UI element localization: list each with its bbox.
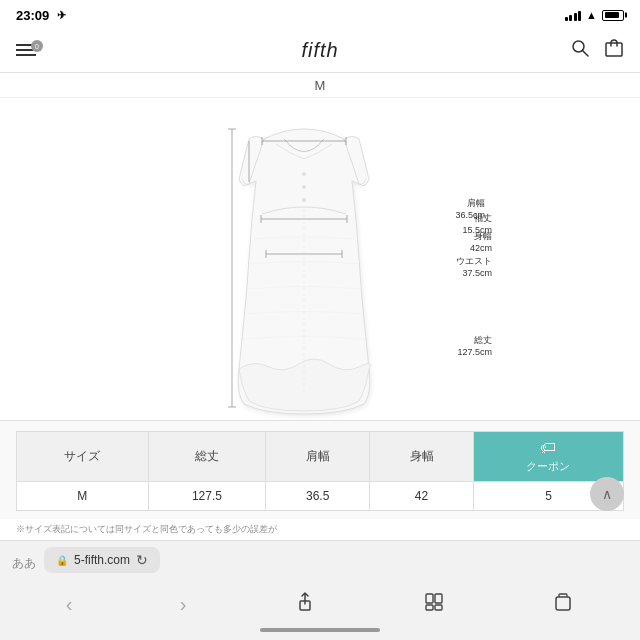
coupon-label: クーポン: [526, 460, 570, 472]
total-length-annotation: 総丈127.5cm: [457, 335, 492, 358]
svg-rect-21: [426, 594, 433, 603]
status-time: 23:09 ✈: [16, 8, 66, 23]
share-button[interactable]: [284, 589, 326, 620]
cart-icon: [604, 38, 624, 58]
bust-annotation: 身幅42cm: [470, 231, 492, 254]
app-content: 0 fifth M: [0, 28, 640, 540]
back-button[interactable]: ‹: [56, 591, 83, 618]
share-icon: [294, 591, 316, 613]
cell-total: 127.5: [148, 482, 266, 511]
home-indicator: [260, 628, 380, 632]
url-bar[interactable]: 🔒 5-fifth.com ↻: [44, 547, 160, 573]
svg-rect-25: [556, 597, 570, 610]
status-bar: 23:09 ✈ ▲: [0, 0, 640, 28]
svg-rect-22: [435, 594, 442, 603]
brand-title: fifth: [301, 39, 338, 62]
search-button[interactable]: [570, 38, 590, 62]
cart-button[interactable]: [604, 38, 624, 62]
tabs-icon: [552, 591, 574, 613]
col-bust: 身幅: [370, 432, 474, 482]
cell-size: M: [17, 482, 149, 511]
col-total: 総丈: [148, 432, 266, 482]
cell-shoulder: 36.5: [266, 482, 370, 511]
table-header-row: サイズ 総丈 肩幅 身幅 🏷 クーポン: [17, 432, 624, 482]
size-chart-area: サイズ 総丈 肩幅 身幅 🏷 クーポン M 127.5 36.5: [0, 420, 640, 519]
svg-line-1: [583, 51, 589, 57]
disclaimer-text: ※サイズ表記については同サイズと同色であっても多少の誤差が: [0, 519, 640, 540]
menu-badge: 0: [31, 40, 43, 52]
lock-icon: 🔒: [56, 555, 68, 566]
coupon-icon: 🏷: [484, 439, 613, 457]
size-indicator: M: [0, 73, 640, 98]
col-size: サイズ: [17, 432, 149, 482]
tabs-button[interactable]: [542, 589, 584, 620]
product-image-area: 肩幅36.5cm 袖丈15.5cm 身幅42cm ウエスト37.5cm 総丈12…: [0, 98, 640, 420]
svg-rect-2: [606, 43, 622, 56]
ime-indicator: ああ: [12, 555, 36, 572]
time-display: 23:09: [16, 8, 49, 23]
size-table: サイズ 総丈 肩幅 身幅 🏷 クーポン M 127.5 36.5: [16, 431, 624, 511]
measurement-annotations: 肩幅36.5cm 袖丈15.5cm 身幅42cm ウエスト37.5cm 総丈12…: [0, 98, 640, 420]
svg-rect-24: [435, 605, 442, 610]
header: 0 fifth: [0, 28, 640, 73]
size-chart-container: サイズ 総丈 肩幅 身幅 🏷 クーポン M 127.5 36.5: [0, 420, 640, 519]
location-arrow: ✈: [57, 9, 66, 22]
coupon-cell[interactable]: 🏷 クーポン: [473, 432, 623, 482]
browser-bar: ああ 🔒 5-fifth.com ↻ ‹ ›: [0, 540, 640, 640]
bookmarks-icon: [423, 591, 445, 613]
url-text: 5-fifth.com: [74, 553, 130, 567]
search-icon: [570, 38, 590, 58]
bottom-navigation: ‹ ›: [12, 583, 628, 628]
battery-icon: [602, 10, 624, 21]
chevron-up-icon: ∧: [602, 486, 612, 502]
wifi-icon: ▲: [586, 9, 597, 21]
table-row: M 127.5 36.5 42 5: [17, 482, 624, 511]
menu-button[interactable]: 0: [16, 44, 36, 56]
cell-bust: 42: [370, 482, 474, 511]
header-actions: [570, 38, 624, 62]
svg-rect-23: [426, 605, 433, 610]
status-icons: ▲: [565, 9, 624, 21]
forward-button[interactable]: ›: [170, 591, 197, 618]
signal-icon: [565, 10, 582, 21]
col-shoulder: 肩幅: [266, 432, 370, 482]
waist-annotation: ウエスト37.5cm: [456, 256, 492, 279]
bookmarks-button[interactable]: [413, 589, 455, 620]
reload-button[interactable]: ↻: [136, 552, 148, 568]
